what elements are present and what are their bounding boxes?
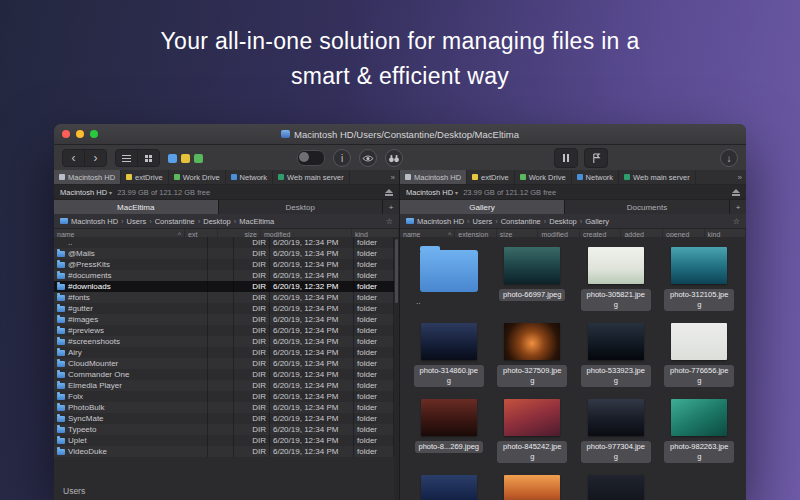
tab-gallery[interactable]: Gallery: [400, 200, 565, 214]
gallery-item-label: photo-977304.jpeg: [581, 441, 651, 463]
gallery-item-label: photo-314860.jpeg: [414, 365, 484, 387]
file-kind: folder: [354, 369, 394, 380]
file-row[interactable]: #imagesDIR6/20/19, 12:34 PMfolder: [54, 314, 394, 325]
drive-tab-extdrive[interactable]: extDrive: [121, 170, 169, 184]
breadcrumb-item[interactable]: Gallery: [585, 217, 609, 226]
tab-desktop[interactable]: Desktop: [219, 200, 384, 214]
breadcrumb-item[interactable]: Desktop: [549, 217, 577, 226]
gallery-item[interactable]: photo-982263.jpeg: [661, 399, 739, 475]
gallery-item[interactable]: photo-314860.jpeg: [410, 323, 488, 399]
scrollbar-thumb[interactable]: [395, 239, 398, 303]
yellow-app-shortcut-icon[interactable]: [181, 154, 190, 163]
gallery-item[interactable]: [410, 475, 488, 500]
breadcrumb-item[interactable]: Constantine: [501, 217, 541, 226]
drive-tab-macintosh-hd[interactable]: Macintosh HD: [54, 170, 121, 184]
drive-tab-work-drive[interactable]: Work Drive: [169, 170, 226, 184]
dual-pane-toggle[interactable]: [297, 150, 325, 166]
blue-app-shortcut-icon[interactable]: [168, 154, 177, 163]
file-row[interactable]: PhotoBulkDIR6/20/19, 12:34 PMfolder: [54, 402, 394, 413]
file-row[interactable]: VideoDukeDIR6/20/19, 12:34 PMfolder: [54, 446, 394, 457]
file-row[interactable]: @MailsDIR6/20/19, 12:34 PMfolder: [54, 248, 394, 259]
gallery-item[interactable]: photo-66997.jpeg: [494, 247, 572, 323]
gallery-item[interactable]: photo-8...269.jpeg: [410, 399, 488, 475]
add-tab-button[interactable]: +: [730, 200, 746, 214]
breadcrumb-item[interactable]: Users: [473, 217, 493, 226]
tab-maceltima[interactable]: MacEltima: [54, 200, 219, 214]
file-row[interactable]: TypeetoDIR6/20/19, 12:34 PMfolder: [54, 424, 394, 435]
file-row[interactable]: #previewsDIR6/20/19, 12:34 PMfolder: [54, 325, 394, 336]
back-button[interactable]: ‹: [63, 150, 85, 166]
file-row[interactable]: FolxDIR6/20/19, 12:34 PMfolder: [54, 391, 394, 402]
breadcrumb-item[interactable]: Macintosh HD: [71, 217, 118, 226]
drive-selector[interactable]: Macintosh HD ▾: [406, 188, 458, 197]
gallery-item[interactable]: photo-776656.jpeg: [661, 323, 739, 399]
breadcrumb-item[interactable]: MacEltima: [239, 217, 274, 226]
breadcrumb-item[interactable]: Constantine: [155, 217, 195, 226]
gallery-item-label: photo-982263.jpeg: [664, 441, 734, 463]
gallery-item[interactable]: photo-305821.jpeg: [577, 247, 655, 323]
file-row[interactable]: @PressKitsDIR6/20/19, 12:34 PMfolder: [54, 259, 394, 270]
gallery-item-up[interactable]: ..: [410, 247, 488, 323]
flag-button[interactable]: [584, 148, 608, 168]
favorite-star-icon[interactable]: ☆: [386, 217, 393, 226]
file-row[interactable]: #fontsDIR6/20/19, 12:34 PMfolder: [54, 292, 394, 303]
gallery-item[interactable]: photo-327509.jpeg: [494, 323, 572, 399]
eject-icon[interactable]: [732, 189, 740, 196]
gallery-item[interactable]: photo-312105.jpeg: [661, 247, 739, 323]
scrollbar[interactable]: [394, 237, 399, 500]
overflow-chevron[interactable]: »: [734, 170, 746, 184]
file-row[interactable]: UpletDIR6/20/19, 12:34 PMfolder: [54, 435, 394, 446]
drive-tab-network[interactable]: Network: [572, 170, 620, 184]
gallery-item[interactable]: photo-533923.jpeg: [577, 323, 655, 399]
gallery-item[interactable]: [577, 475, 655, 500]
file-row[interactable]: #downloadsDIR6/20/19, 12:32 PMfolder: [54, 281, 394, 292]
overflow-chevron[interactable]: »: [387, 170, 399, 184]
file-row[interactable]: Commander OneDIR6/20/19, 12:34 PMfolder: [54, 369, 394, 380]
drive-tab-network[interactable]: Network: [226, 170, 274, 184]
breadcrumb-item[interactable]: Macintosh HD: [417, 217, 464, 226]
search-binoculars-button[interactable]: [385, 149, 403, 167]
file-row[interactable]: #screenshootsDIR6/20/19, 12:34 PMfolder: [54, 336, 394, 347]
drive-tab-web-main-server[interactable]: Web main server: [619, 170, 696, 184]
folder-icon: [57, 361, 65, 367]
gallery-item[interactable]: photo-845242.jpeg: [494, 399, 572, 475]
file-size: DIR: [234, 292, 270, 303]
drive-tab-web-main-server[interactable]: Web main server: [273, 170, 350, 184]
eject-icon[interactable]: [385, 189, 393, 196]
minimize-button[interactable]: [76, 130, 84, 138]
gallery-item[interactable]: [494, 475, 572, 500]
file-row[interactable]: #gutterDIR6/20/19, 12:34 PMfolder: [54, 303, 394, 314]
drive-icon: [577, 174, 583, 180]
preview-eye-button[interactable]: [359, 149, 377, 167]
file-modified: 6/20/19, 12:34 PM: [270, 336, 354, 347]
queue-pause-button[interactable]: [554, 148, 578, 168]
photo-thumbnail: [588, 247, 644, 284]
add-tab-button[interactable]: +: [383, 200, 399, 214]
close-button[interactable]: [62, 130, 70, 138]
grid-view-button[interactable]: [138, 150, 159, 166]
drive-tab-work-drive[interactable]: Work Drive: [515, 170, 572, 184]
file-row[interactable]: #documentsDIR6/20/19, 12:34 PMfolder: [54, 270, 394, 281]
list-view-button[interactable]: [116, 150, 138, 166]
drive-tab-macintosh-hd[interactable]: Macintosh HD: [400, 170, 467, 184]
file-row[interactable]: Elmedia PlayerDIR6/20/19, 12:34 PMfolder: [54, 380, 394, 391]
file-row[interactable]: AiryDIR6/20/19, 12:34 PMfolder: [54, 347, 394, 358]
download-button[interactable]: ↓: [720, 149, 738, 167]
favorite-star-icon[interactable]: ☆: [733, 217, 740, 226]
forward-button[interactable]: ›: [85, 150, 106, 166]
breadcrumb-item[interactable]: Desktop: [203, 217, 231, 226]
file-kind: folder: [354, 292, 394, 303]
drive-selector[interactable]: Macintosh HD ▾: [60, 188, 112, 197]
status-users-label: Users: [63, 486, 85, 496]
grid-view-icon: [145, 155, 152, 162]
gallery-item[interactable]: photo-977304.jpeg: [577, 399, 655, 475]
tab-documents[interactable]: Documents: [565, 200, 730, 214]
breadcrumb-item[interactable]: Users: [127, 217, 147, 226]
drive-tab-extdrive[interactable]: extDrive: [467, 170, 515, 184]
file-row[interactable]: ..DIR6/20/19, 12:34 PMfolder: [54, 237, 394, 248]
info-button[interactable]: i: [333, 149, 351, 167]
zoom-button[interactable]: [90, 130, 98, 138]
file-row[interactable]: SyncMateDIR6/20/19, 12:34 PMfolder: [54, 413, 394, 424]
green-app-shortcut-icon[interactable]: [194, 154, 203, 163]
file-row[interactable]: CloudMounterDIR6/20/19, 12:34 PMfolder: [54, 358, 394, 369]
